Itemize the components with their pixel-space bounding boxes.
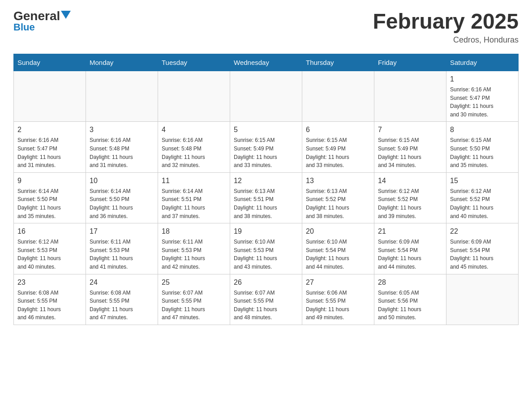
calendar-day-cell: 23Sunrise: 6:08 AM Sunset: 5:55 PM Dayli… — [14, 274, 86, 325]
day-of-week-header: Saturday — [446, 54, 519, 71]
calendar-day-cell — [86, 71, 158, 122]
day-of-week-header: Friday — [374, 54, 446, 71]
calendar-day-cell — [446, 274, 519, 325]
calendar-day-cell: 20Sunrise: 6:10 AM Sunset: 5:54 PM Dayli… — [302, 223, 374, 274]
day-number: 21 — [378, 226, 442, 237]
day-info: Sunrise: 6:13 AM Sunset: 5:52 PM Dayligh… — [306, 187, 370, 220]
day-number: 12 — [234, 176, 298, 186]
day-number: 15 — [450, 176, 515, 186]
location-subtitle: Cedros, Honduras — [373, 35, 519, 45]
day-info: Sunrise: 6:12 AM Sunset: 5:52 PM Dayligh… — [378, 187, 442, 220]
calendar-week-row: 16Sunrise: 6:12 AM Sunset: 5:53 PM Dayli… — [14, 223, 519, 274]
day-number: 8 — [450, 124, 515, 135]
calendar-day-cell: 7Sunrise: 6:15 AM Sunset: 5:49 PM Daylig… — [374, 122, 446, 172]
day-number: 7 — [378, 124, 442, 135]
day-of-week-header: Monday — [86, 54, 158, 71]
day-info: Sunrise: 6:14 AM Sunset: 5:51 PM Dayligh… — [162, 187, 226, 220]
calendar-week-row: 9Sunrise: 6:14 AM Sunset: 5:50 PM Daylig… — [14, 172, 519, 223]
calendar-day-cell: 19Sunrise: 6:10 AM Sunset: 5:53 PM Dayli… — [230, 223, 302, 274]
day-number: 26 — [234, 277, 298, 288]
day-number: 9 — [17, 176, 82, 186]
day-info: Sunrise: 6:15 AM Sunset: 5:50 PM Dayligh… — [450, 136, 515, 169]
day-number: 4 — [162, 124, 226, 135]
calendar-day-cell — [14, 71, 86, 122]
day-number: 18 — [162, 226, 226, 237]
calendar-day-cell: 17Sunrise: 6:11 AM Sunset: 5:53 PM Dayli… — [86, 223, 158, 274]
day-number: 11 — [162, 176, 226, 186]
calendar-day-cell — [230, 71, 302, 122]
day-info: Sunrise: 6:16 AM Sunset: 5:47 PM Dayligh… — [17, 136, 82, 169]
day-info: Sunrise: 6:13 AM Sunset: 5:51 PM Dayligh… — [234, 187, 298, 220]
day-info: Sunrise: 6:08 AM Sunset: 5:55 PM Dayligh… — [90, 289, 154, 322]
calendar-day-cell: 22Sunrise: 6:09 AM Sunset: 5:54 PM Dayli… — [446, 223, 519, 274]
calendar-day-cell: 16Sunrise: 6:12 AM Sunset: 5:53 PM Dayli… — [14, 223, 86, 274]
calendar-day-cell: 5Sunrise: 6:15 AM Sunset: 5:49 PM Daylig… — [230, 122, 302, 172]
day-info: Sunrise: 6:15 AM Sunset: 5:49 PM Dayligh… — [378, 136, 442, 169]
day-number: 19 — [234, 226, 298, 237]
calendar-day-cell: 4Sunrise: 6:16 AM Sunset: 5:48 PM Daylig… — [158, 122, 230, 172]
day-info: Sunrise: 6:16 AM Sunset: 5:47 PM Dayligh… — [450, 86, 515, 119]
day-number: 22 — [450, 226, 515, 237]
day-number: 27 — [306, 277, 370, 288]
day-number: 17 — [90, 226, 154, 237]
day-number: 16 — [17, 226, 82, 237]
calendar-day-cell: 12Sunrise: 6:13 AM Sunset: 5:51 PM Dayli… — [230, 172, 302, 223]
calendar-day-cell: 11Sunrise: 6:14 AM Sunset: 5:51 PM Dayli… — [158, 172, 230, 223]
calendar-day-cell: 25Sunrise: 6:07 AM Sunset: 5:55 PM Dayli… — [158, 274, 230, 325]
calendar-day-cell: 6Sunrise: 6:15 AM Sunset: 5:49 PM Daylig… — [302, 122, 374, 172]
day-of-week-header: Thursday — [302, 54, 374, 71]
logo: General Blue — [13, 9, 71, 33]
day-info: Sunrise: 6:15 AM Sunset: 5:49 PM Dayligh… — [234, 136, 298, 169]
calendar-week-row: 1Sunrise: 6:16 AM Sunset: 5:47 PM Daylig… — [14, 71, 519, 122]
day-info: Sunrise: 6:16 AM Sunset: 5:48 PM Dayligh… — [162, 136, 226, 169]
day-number: 5 — [234, 124, 298, 135]
day-number: 24 — [90, 277, 154, 288]
title-area: February 2025 Cedros, Honduras — [373, 9, 519, 45]
day-info: Sunrise: 6:12 AM Sunset: 5:53 PM Dayligh… — [17, 238, 82, 271]
calendar-day-cell: 2Sunrise: 6:16 AM Sunset: 5:47 PM Daylig… — [14, 122, 86, 172]
day-info: Sunrise: 6:10 AM Sunset: 5:54 PM Dayligh… — [306, 238, 370, 271]
calendar-header-row: SundayMondayTuesdayWednesdayThursdayFrid… — [14, 54, 519, 71]
day-number: 6 — [306, 124, 370, 135]
calendar-day-cell: 3Sunrise: 6:16 AM Sunset: 5:48 PM Daylig… — [86, 122, 158, 172]
day-info: Sunrise: 6:12 AM Sunset: 5:52 PM Dayligh… — [450, 187, 515, 220]
logo-blue-text: Blue — [13, 21, 35, 33]
calendar-day-cell: 1Sunrise: 6:16 AM Sunset: 5:47 PM Daylig… — [446, 71, 519, 122]
calendar-day-cell: 9Sunrise: 6:14 AM Sunset: 5:50 PM Daylig… — [14, 172, 86, 223]
day-number: 20 — [306, 226, 370, 237]
calendar-day-cell: 18Sunrise: 6:11 AM Sunset: 5:53 PM Dayli… — [158, 223, 230, 274]
day-info: Sunrise: 6:15 AM Sunset: 5:49 PM Dayligh… — [306, 136, 370, 169]
logo-triangle-icon — [61, 11, 71, 19]
day-number: 28 — [378, 277, 442, 288]
day-info: Sunrise: 6:10 AM Sunset: 5:53 PM Dayligh… — [234, 238, 298, 271]
calendar-day-cell: 10Sunrise: 6:14 AM Sunset: 5:50 PM Dayli… — [86, 172, 158, 223]
day-info: Sunrise: 6:08 AM Sunset: 5:55 PM Dayligh… — [17, 289, 82, 322]
calendar-day-cell — [374, 71, 446, 122]
day-info: Sunrise: 6:09 AM Sunset: 5:54 PM Dayligh… — [378, 238, 442, 271]
day-info: Sunrise: 6:11 AM Sunset: 5:53 PM Dayligh… — [162, 238, 226, 271]
calendar-day-cell: 15Sunrise: 6:12 AM Sunset: 5:52 PM Dayli… — [446, 172, 519, 223]
calendar-day-cell: 28Sunrise: 6:05 AM Sunset: 5:56 PM Dayli… — [374, 274, 446, 325]
calendar-day-cell — [302, 71, 374, 122]
day-info: Sunrise: 6:09 AM Sunset: 5:54 PM Dayligh… — [450, 238, 515, 271]
day-number: 1 — [450, 74, 515, 85]
svg-marker-0 — [61, 11, 71, 19]
page-header: General Blue February 2025 Cedros, Hondu… — [13, 9, 519, 45]
month-title: February 2025 — [373, 9, 519, 34]
calendar-day-cell: 13Sunrise: 6:13 AM Sunset: 5:52 PM Dayli… — [302, 172, 374, 223]
calendar-week-row: 2Sunrise: 6:16 AM Sunset: 5:47 PM Daylig… — [14, 122, 519, 172]
day-of-week-header: Wednesday — [230, 54, 302, 71]
calendar-day-cell: 21Sunrise: 6:09 AM Sunset: 5:54 PM Dayli… — [374, 223, 446, 274]
day-number: 3 — [90, 124, 154, 135]
day-number: 14 — [378, 176, 442, 186]
calendar-day-cell: 14Sunrise: 6:12 AM Sunset: 5:52 PM Dayli… — [374, 172, 446, 223]
day-number: 23 — [17, 277, 82, 288]
calendar-day-cell: 27Sunrise: 6:06 AM Sunset: 5:55 PM Dayli… — [302, 274, 374, 325]
calendar-week-row: 23Sunrise: 6:08 AM Sunset: 5:55 PM Dayli… — [14, 274, 519, 325]
day-number: 10 — [90, 176, 154, 186]
day-info: Sunrise: 6:07 AM Sunset: 5:55 PM Dayligh… — [162, 289, 226, 322]
day-number: 25 — [162, 277, 226, 288]
day-info: Sunrise: 6:16 AM Sunset: 5:48 PM Dayligh… — [90, 136, 154, 169]
day-info: Sunrise: 6:06 AM Sunset: 5:55 PM Dayligh… — [306, 289, 370, 322]
day-of-week-header: Sunday — [14, 54, 86, 71]
